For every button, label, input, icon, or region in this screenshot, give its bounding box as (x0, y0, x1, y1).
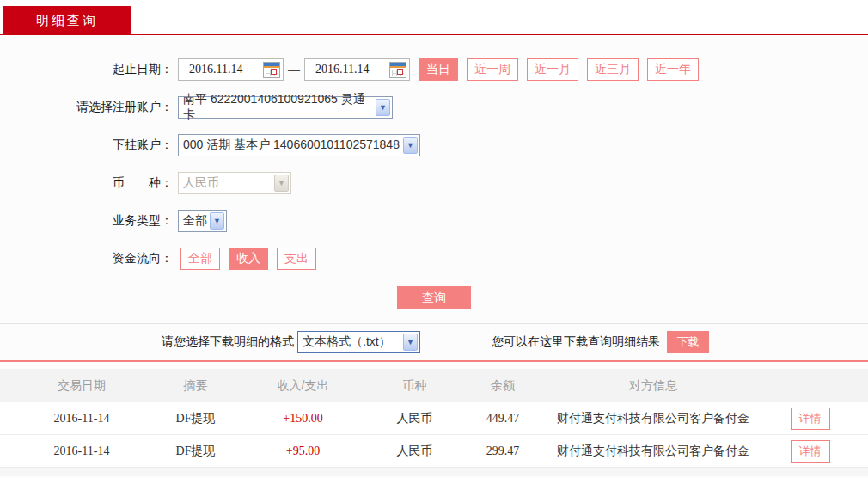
business-type-label: 业务类型： (0, 213, 178, 229)
chevron-down-icon: ▼ (403, 334, 418, 351)
quick-range-today-button[interactable]: 当日 (419, 58, 458, 81)
currency-label: 币 种： (0, 175, 178, 191)
download-format-select[interactable]: 文本格式（.txt） ▼ (297, 331, 420, 353)
download-format-label: 请您选择下载明细的格式 (162, 334, 294, 350)
header-balance: 余额 (451, 378, 554, 394)
cell-amount: +95.00 (228, 444, 378, 458)
date-range-row: 起止日期： 2016.11.14 — 2016.11.14 当日 近一周 近一月… (0, 58, 868, 81)
sub-account-value: 000 活期 基本户 1406600101102571848 (183, 138, 400, 153)
registered-account-label: 请选择注册账户： (0, 100, 178, 115)
sub-account-row: 下挂账户： 000 活期 基本户 1406600101102571848 ▼ (0, 134, 868, 156)
download-button[interactable]: 下载 (667, 331, 709, 353)
header-counterparty: 对方信息 (554, 378, 752, 394)
end-date-value: 2016.11.14 (315, 63, 369, 77)
calendar-icon[interactable] (263, 62, 280, 78)
cell-date: 2016-11-14 (0, 444, 163, 458)
transactions-table: 交易日期 摘要 收入/支出 币种 余额 对方信息 2016-11-14 DF提现… (0, 369, 868, 476)
cell-summary: DF提现 (163, 411, 228, 426)
query-form: 起止日期： 2016.11.14 — 2016.11.14 当日 近一周 近一月… (0, 35, 868, 360)
download-hint: 您可以在这里下载查询明细结果 (492, 334, 660, 350)
tab-label: 明细查询 (36, 13, 98, 29)
fund-direction-row: 资金流向： 全部 收入 支出 (0, 248, 868, 270)
cell-currency: 人民币 (378, 444, 451, 459)
end-date-input[interactable]: 2016.11.14 (304, 58, 410, 81)
currency-value: 人民币 (183, 175, 219, 191)
registered-account-select[interactable]: 南平 6222001406100921065 灵通卡 ▼ (178, 96, 393, 119)
calendar-grid (392, 70, 404, 76)
currency-select: 人民币 ▼ (178, 172, 291, 194)
query-button[interactable]: 查询 (397, 286, 471, 309)
header-date: 交易日期 (0, 378, 163, 394)
tab-detail-query[interactable]: 明细查询 (3, 6, 131, 35)
chevron-down-icon: ▼ (376, 99, 390, 116)
header-summary: 摘要 (163, 378, 228, 394)
start-date-value: 2016.11.14 (189, 63, 242, 77)
fund-direction-label: 资金流向： (0, 251, 178, 267)
cell-balance: 299.47 (451, 444, 554, 458)
business-type-row: 业务类型： 全部 ▼ (0, 210, 868, 232)
download-row: 请您选择下载明细的格式 文本格式（.txt） ▼ 您可以在这里下载查询明细结果 … (0, 324, 868, 360)
date-separator: — (288, 63, 300, 77)
cell-counterparty: 财付通支付科技有限公司客户备付金 (554, 411, 752, 426)
business-type-value: 全部 (183, 213, 207, 229)
footer-strip (0, 468, 868, 476)
calendar-grid (266, 70, 278, 76)
cell-summary: DF提现 (163, 444, 228, 459)
quick-range-year-button[interactable]: 近一年 (647, 58, 699, 81)
fund-direction-income-button[interactable]: 收入 (229, 248, 268, 270)
header-amount: 收入/支出 (228, 378, 378, 394)
date-range-label: 起止日期： (0, 62, 178, 77)
fund-direction-all-button[interactable]: 全部 (180, 248, 220, 270)
cell-date: 2016-11-14 (0, 412, 163, 426)
chevron-down-icon: ▼ (403, 137, 418, 154)
registered-account-row: 请选择注册账户： 南平 6222001406100921065 灵通卡 ▼ (0, 96, 868, 119)
table-row: 2016-11-14 DF提现 +95.00 人民币 299.47 财付通支付科… (0, 435, 868, 468)
chevron-down-icon: ▼ (210, 212, 224, 230)
cell-amount: +150.00 (228, 412, 378, 426)
cell-balance: 449.47 (451, 412, 554, 426)
quick-range-week-button[interactable]: 近一周 (467, 58, 518, 81)
table-row: 2016-11-14 DF提现 +150.00 人民币 449.47 财付通支付… (0, 402, 868, 435)
sub-account-label: 下挂账户： (0, 138, 178, 153)
currency-row: 币 种： 人民币 ▼ (0, 172, 868, 194)
download-format-value: 文本格式（.txt） (303, 334, 391, 350)
cell-counterparty: 财付通支付科技有限公司客户备付金 (554, 444, 752, 459)
calendar-icon[interactable] (389, 62, 406, 78)
tab-bar: 明细查询 (0, 0, 868, 35)
table-header-row: 交易日期 摘要 收入/支出 币种 余额 对方信息 (0, 369, 868, 402)
registered-account-value: 南平 6222001406100921065 灵通卡 (183, 92, 374, 123)
quick-range-3months-button[interactable]: 近三月 (587, 58, 639, 81)
chevron-down-icon: ▼ (274, 175, 289, 192)
business-type-select[interactable]: 全部 ▼ (178, 210, 227, 232)
header-currency: 币种 (378, 378, 451, 394)
fund-direction-expense-button[interactable]: 支出 (277, 248, 316, 270)
cell-currency: 人民币 (378, 411, 451, 426)
table-accent-line (0, 360, 868, 362)
quick-range-month-button[interactable]: 近一月 (527, 58, 578, 81)
start-date-input[interactable]: 2016.11.14 (178, 58, 284, 81)
detail-button[interactable]: 详情 (791, 408, 830, 430)
sub-account-select[interactable]: 000 活期 基本户 1406600101102571848 ▼ (178, 134, 420, 156)
detail-button[interactable]: 详情 (791, 440, 830, 463)
